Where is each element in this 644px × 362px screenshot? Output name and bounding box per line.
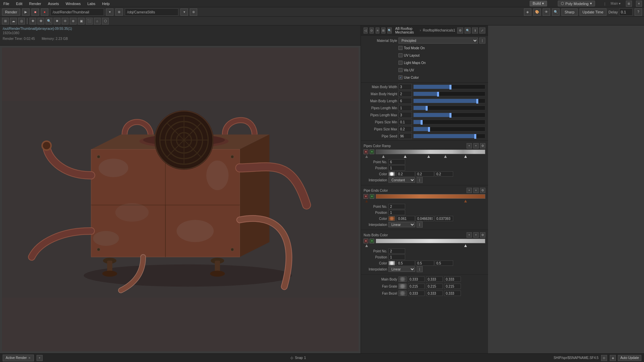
ramp-marker-1[interactable] — [365, 155, 368, 158]
nuts-bolts-marker-2[interactable] — [464, 244, 467, 247]
pipe-ends-expand-btn[interactable]: + — [473, 188, 479, 193]
rp-icon3[interactable]: ⊞ — [381, 27, 385, 34]
fan-grate-cv3[interactable] — [444, 284, 461, 289]
pipe-ends-interp-dropdown[interactable]: Linear Constant — [388, 222, 415, 227]
nuts-bolts-color-swatch[interactable] — [388, 261, 395, 265]
main-body-height-slider[interactable] — [413, 92, 485, 96]
pipes-cv3[interactable] — [435, 171, 453, 177]
pipe-ends-cv3[interactable] — [435, 216, 453, 221]
pipes-cv1[interactable] — [396, 171, 415, 177]
pipes-length-min-input[interactable] — [398, 105, 412, 111]
pipes-size-min-input[interactable] — [398, 119, 412, 125]
camera-pick-btn[interactable]: ⊕ — [190, 8, 197, 16]
main-body-width-input[interactable] — [398, 84, 412, 90]
pipe-ends-point-input[interactable] — [388, 204, 405, 209]
pipes-ramp-expand-btn[interactable]: + — [473, 143, 479, 148]
rp-collapse-btn[interactable]: ◁ — [364, 27, 368, 34]
pipes-length-max-slider[interactable] — [413, 113, 485, 117]
add-tab-btn[interactable]: + — [37, 355, 43, 361]
pipe-ends-color-swatch[interactable] — [388, 216, 395, 221]
tb2-hex-btn[interactable]: ⬡ — [102, 18, 109, 24]
main-body-height-input[interactable] — [398, 91, 412, 97]
menu-help[interactable]: Help — [101, 2, 111, 6]
menu-windows[interactable]: Windows — [64, 2, 82, 6]
pipes-size-max-slider[interactable] — [413, 127, 485, 131]
pipes-ramp-add-btn[interactable]: + — [467, 143, 472, 148]
nuts-bolts-add-btn[interactable]: + — [467, 232, 472, 238]
nuts-bolts-marker-1[interactable] — [365, 244, 368, 247]
path-info-icon[interactable]: ⊙ — [601, 355, 607, 361]
tb2-square-btn[interactable]: ⬛ — [86, 18, 93, 24]
nuts-bolts-cv2[interactable] — [416, 260, 434, 266]
eye-icon[interactable]: 👁 — [543, 8, 550, 16]
fan-grate-cv1[interactable] — [408, 284, 425, 289]
path-expand-btn[interactable]: ▾ — [106, 8, 113, 16]
rp-expand-btn[interactable]: ⤢ — [479, 27, 485, 34]
tb2-circle-btn[interactable]: ◎ — [18, 18, 25, 24]
menu-render[interactable]: Render — [28, 2, 43, 6]
pipes-interp-dropdown[interactable]: Constant Linear — [388, 177, 415, 183]
pipe-ends-marker-1[interactable] — [365, 200, 368, 202]
nuts-bolts-plus-btn[interactable]: + — [370, 239, 374, 243]
pipe-ends-pos-input[interactable] — [388, 210, 405, 215]
nuts-bolts-x-btn[interactable]: ✕ — [364, 239, 368, 243]
help-button[interactable]: ? — [635, 8, 642, 16]
pipes-color-swatch[interactable] — [388, 172, 395, 176]
pipes-cv2[interactable] — [416, 171, 434, 177]
rp-settings-btn[interactable]: ⚙ — [457, 27, 463, 34]
pipes-ramp-plus-btn[interactable]: + — [370, 149, 374, 154]
color-icon[interactable]: 🎨 — [533, 8, 541, 16]
pipes-point-no-input[interactable] — [388, 159, 405, 165]
main-body-length-slider[interactable] — [413, 99, 485, 103]
bottom-icon1[interactable]: ◈ — [610, 355, 616, 361]
render-path[interactable]: /out/RenderThumbnail — [50, 8, 104, 16]
zoom-icon[interactable]: 🔍 — [552, 8, 559, 16]
active-render-close-btn[interactable]: ✕ — [28, 356, 31, 360]
pipe-ends-interp-edit-btn[interactable]: | — [417, 222, 423, 228]
pipes-size-max-input[interactable] — [398, 126, 412, 132]
rp-info-btn[interactable]: ℹ — [472, 27, 478, 34]
pipe-ends-x-btn[interactable]: ✕ — [364, 194, 368, 199]
pipes-ramp-gradient[interactable] — [376, 149, 485, 154]
render-viewport[interactable] — [2, 48, 359, 351]
tb2-nav-btn[interactable]: ✤ — [38, 18, 44, 24]
sharp-button[interactable]: Sharp — [561, 8, 577, 16]
pipe-seed-input[interactable] — [398, 133, 412, 139]
nuts-bolts-point-input[interactable] — [388, 248, 405, 254]
pipes-ramp-x-btn[interactable]: ✕ — [364, 149, 368, 154]
tb2-plus-btn[interactable]: ⊕ — [70, 18, 76, 24]
light-maps-checkbox[interactable] — [398, 61, 402, 65]
pipe-ends-add-btn[interactable]: + — [467, 188, 472, 193]
pipes-position-input[interactable] — [388, 165, 405, 171]
pipe-ends-marker-2[interactable] — [464, 200, 467, 202]
ramp-marker-4[interactable] — [427, 155, 430, 158]
pipe-ends-cv2[interactable] — [416, 216, 434, 221]
nuts-bolts-cv3[interactable] — [435, 260, 453, 266]
ramp-marker-2[interactable] — [382, 155, 385, 158]
tb2-home2-btn[interactable]: ⌂ — [94, 18, 101, 24]
tb2-cloud-btn[interactable]: ☁ — [10, 18, 17, 24]
use-color-checkbox[interactable] — [398, 75, 402, 79]
uv-layout-checkbox[interactable] — [398, 53, 402, 57]
ramp-marker-5[interactable] — [444, 155, 447, 158]
build-button[interactable]: Build ▾ — [530, 1, 547, 6]
tb2-grid-btn[interactable]: ▣ — [78, 18, 85, 24]
pipe-ends-settings-btn[interactable]: ⚙ — [480, 188, 485, 193]
vis-uv-checkbox[interactable] — [398, 68, 402, 72]
rp-icon1[interactable]: ⊙ — [370, 27, 374, 34]
ramp-marker-6[interactable] — [464, 155, 467, 158]
record-button[interactable]: ● — [41, 8, 48, 16]
active-render-tab[interactable]: Active Render ✕ — [3, 355, 34, 361]
fan-grate-cv2[interactable] — [426, 284, 443, 289]
fan-bezel-cv3[interactable] — [444, 291, 461, 296]
pipes-size-min-slider[interactable] — [413, 120, 485, 124]
tb2-home-btn[interactable]: ⊞ — [2, 18, 9, 24]
pipe-ends-cv1[interactable] — [396, 216, 415, 221]
menu-assets[interactable]: Assets — [47, 2, 60, 6]
pipes-interp-edit-btn[interactable]: | — [417, 177, 423, 183]
ramp-marker-3[interactable] — [404, 155, 407, 158]
tb2-add-btn[interactable]: ✚ — [30, 18, 36, 24]
main-body-cv2[interactable] — [426, 277, 443, 282]
material-style-edit-btn[interactable]: | — [479, 38, 485, 44]
pipes-ramp-settings-btn[interactable]: ⚙ — [480, 143, 485, 148]
